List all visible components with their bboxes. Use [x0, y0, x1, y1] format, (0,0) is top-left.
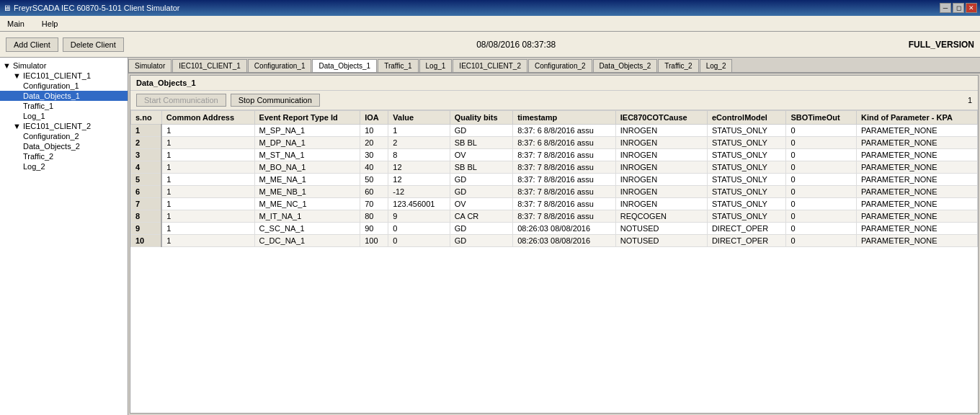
- table-cell: GD: [450, 223, 513, 235]
- table-cell: 8:37: 7 8/8/2016 assu: [513, 174, 616, 186]
- table-cell: 9: [131, 223, 162, 235]
- tab-log-1[interactable]: Log_1: [419, 59, 453, 72]
- table-cell: PARAMETER_NONE: [856, 186, 977, 198]
- table-cell: GD: [450, 125, 513, 137]
- table-row[interactable]: 31M_ST_NA_1308OV8:37: 7 8/8/2016 assuINR…: [131, 149, 978, 161]
- sidebar-item[interactable]: Configuration_2: [0, 131, 128, 141]
- table-cell: C_DC_NA_1: [254, 235, 360, 247]
- delete-client-button[interactable]: Delete Client: [63, 37, 124, 52]
- tab-iec101-client-1[interactable]: IEC101_CLIENT_1: [172, 59, 247, 72]
- table-cell: 123.456001: [388, 198, 450, 210]
- table-row[interactable]: 71M_ME_NC_170123.456001OV8:37: 7 8/8/201…: [131, 198, 978, 210]
- table-cell: 8:37: 7 8/8/2016 assu: [513, 161, 616, 174]
- table-cell: 10: [131, 235, 162, 247]
- table-row[interactable]: 11M_SP_NA_1101GD8:37: 6 8/8/2016 assuINR…: [131, 125, 978, 137]
- table-cell: 4: [131, 161, 162, 174]
- table-row[interactable]: 91C_SC_NA_1900GD08:26:03 08/08/2016NOTUS…: [131, 223, 978, 235]
- table-cell: 60: [360, 186, 388, 198]
- table-row[interactable]: 61M_ME_NB_160-12GD8:37: 7 8/8/2016 assuI…: [131, 186, 978, 198]
- minimize-button[interactable]: ─: [940, 3, 951, 13]
- table-cell: 1: [388, 125, 450, 137]
- table-cell: 2: [388, 137, 450, 149]
- table-cell: 1: [161, 161, 254, 174]
- tab-configuration-2[interactable]: Configuration_2: [528, 59, 592, 72]
- table-row[interactable]: 21M_DP_NA_1202SB BL8:37: 6 8/8/2016 assu…: [131, 137, 978, 149]
- table-cell: 08:26:03 08/08/2016: [513, 235, 616, 247]
- table-cell: GD: [450, 235, 513, 247]
- sidebar-item[interactable]: ▼ IEC101_CLIENT_1: [0, 71, 128, 81]
- table-cell: STATUS_ONLY: [707, 210, 786, 223]
- table-cell: 8:37: 7 8/8/2016 assu: [513, 149, 616, 161]
- table-body: 11M_SP_NA_1101GD8:37: 6 8/8/2016 assuINR…: [131, 125, 978, 247]
- table-cell: GD: [450, 174, 513, 186]
- table-cell: 30: [360, 149, 388, 161]
- table-cell: PARAMETER_NONE: [856, 161, 977, 174]
- tab-traffic-2[interactable]: Traffic_2: [658, 59, 698, 72]
- restore-button[interactable]: ◻: [953, 3, 964, 13]
- toolbar-left: Add Client Delete Client: [6, 37, 124, 52]
- sidebar-item[interactable]: Configuration_1: [0, 81, 128, 91]
- table-cell: 7: [131, 198, 162, 210]
- sidebar-item[interactable]: ▼ IEC101_CLIENT_2: [0, 121, 128, 131]
- sidebar-item[interactable]: Traffic_1: [0, 101, 128, 111]
- tab-traffic-1[interactable]: Traffic_1: [378, 59, 418, 72]
- stop-communication-button[interactable]: Stop Communication: [231, 94, 320, 107]
- table-cell: STATUS_ONLY: [707, 125, 786, 137]
- table-cell: INROGEN: [615, 161, 707, 174]
- tab-simulator[interactable]: Simulator: [128, 59, 172, 72]
- col-header: IEC870COTCause: [615, 111, 707, 125]
- menu-main[interactable]: Main: [3, 18, 29, 30]
- sidebar-item[interactable]: Log_1: [0, 111, 128, 121]
- table-cell: 08:26:03 08/08/2016: [513, 223, 616, 235]
- table-cell: PARAMETER_NONE: [856, 235, 977, 247]
- table-cell: 10: [360, 125, 388, 137]
- table-row[interactable]: 41M_BO_NA_14012SB BL8:37: 7 8/8/2016 ass…: [131, 161, 978, 174]
- sidebar-item[interactable]: Traffic_2: [0, 151, 128, 161]
- table-cell: INROGEN: [615, 198, 707, 210]
- table-header-row: s.noCommon AddressEvent Report Type IdIO…: [131, 111, 978, 125]
- table-cell: INROGEN: [615, 186, 707, 198]
- col-header: Common Address: [161, 111, 254, 125]
- titlebar-left: 🖥 FreyrSCADA IEC 60870-5-101 Client Simu…: [3, 4, 179, 12]
- table-cell: 8:37: 6 8/8/2016 assu: [513, 125, 616, 137]
- sidebar-item[interactable]: Log_2: [0, 161, 128, 171]
- start-communication-button[interactable]: Start Communication: [136, 94, 226, 107]
- tab-data-objects-1[interactable]: Data_Objects_1: [312, 59, 377, 73]
- titlebar-controls[interactable]: ─ ◻ ✕: [940, 3, 977, 13]
- sidebar-item[interactable]: Data_Objects_1: [0, 91, 128, 101]
- table-cell: 8:37: 6 8/8/2016 assu: [513, 137, 616, 149]
- table-cell: M_SP_NA_1: [254, 125, 360, 137]
- table-cell: 9: [388, 210, 450, 223]
- sidebar-item[interactable]: ▼ Simulator: [0, 61, 128, 71]
- table-cell: 8: [131, 210, 162, 223]
- menu-help[interactable]: Help: [37, 18, 63, 30]
- table-cell: PARAMETER_NONE: [856, 174, 977, 186]
- table-row[interactable]: 81M_IT_NA_1809CA CR8:37: 7 8/8/2016 assu…: [131, 210, 978, 223]
- add-client-button[interactable]: Add Client: [6, 37, 58, 52]
- table-cell: 0: [786, 198, 857, 210]
- tab-configuration-1[interactable]: Configuration_1: [248, 59, 312, 72]
- table-cell: 5: [131, 174, 162, 186]
- close-button[interactable]: ✕: [966, 3, 977, 13]
- table-cell: OV: [450, 149, 513, 161]
- table-row[interactable]: 101C_DC_NA_11000GD08:26:03 08/08/2016NOT…: [131, 235, 978, 247]
- table-cell: 6: [131, 186, 162, 198]
- table-cell: 2: [131, 137, 162, 149]
- main-layout: ▼ Simulator▼ IEC101_CLIENT_1Configuratio…: [0, 58, 980, 415]
- table-cell: 1: [161, 137, 254, 149]
- table-cell: 3: [131, 149, 162, 161]
- col-header: eControlModel: [707, 111, 786, 125]
- data-table: s.noCommon AddressEvent Report Type IdIO…: [130, 110, 978, 413]
- table-cell: 0: [786, 186, 857, 198]
- table-cell: 0: [786, 223, 857, 235]
- tab-data-objects-2[interactable]: Data_Objects_2: [593, 59, 658, 72]
- tab-log-2[interactable]: Log_2: [700, 59, 733, 72]
- tab-iec101-client-2[interactable]: IEC101_CLIENT_2: [453, 59, 527, 72]
- table-cell: PARAMETER_NONE: [856, 198, 977, 210]
- app-icon: 🖥: [3, 4, 11, 12]
- sidebar-item[interactable]: Data_Objects_2: [0, 141, 128, 151]
- table-row[interactable]: 51M_ME_NA_15012GD8:37: 7 8/8/2016 assuIN…: [131, 174, 978, 186]
- data-objects-panel: Data_Objects_1 Start Communication Stop …: [130, 75, 979, 414]
- table-cell: SB BL: [450, 161, 513, 174]
- table-cell: OV: [450, 198, 513, 210]
